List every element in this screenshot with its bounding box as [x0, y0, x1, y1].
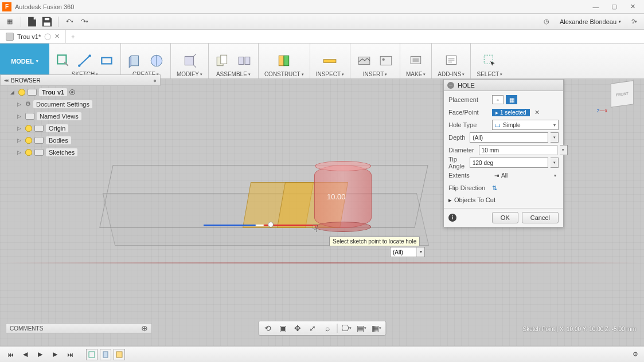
view-cube[interactable]: FRONT z—x	[597, 79, 637, 113]
visibility-bulb-icon[interactable]	[25, 125, 32, 132]
extrude-icon[interactable]	[127, 53, 143, 69]
new-component-icon[interactable]	[214, 53, 231, 69]
save-icon[interactable]	[41, 15, 53, 28]
origin-pivot[interactable]	[268, 222, 274, 227]
visibility-bulb-icon[interactable]	[25, 137, 32, 144]
workspace-switcher[interactable]: MODEL▾	[0, 44, 49, 78]
activate-radio-icon[interactable]	[69, 89, 75, 95]
document-tab[interactable]: Trou v1* ◯ ✕	[0, 30, 66, 43]
close-window-button[interactable]: ✕	[628, 2, 637, 11]
diameter-dropdown-icon[interactable]: ▾	[560, 145, 568, 155]
depth-input[interactable]	[470, 132, 548, 143]
zoom-icon[interactable]: ⤢	[307, 322, 318, 334]
joint-icon[interactable]	[236, 53, 252, 69]
user-menu[interactable]: Alexandre Blondeau▾	[555, 18, 626, 25]
tipangle-input[interactable]	[470, 158, 548, 168]
svg-rect-22	[89, 352, 95, 357]
viewport-layout-icon[interactable]: ▦▾	[370, 322, 382, 334]
pan-icon[interactable]: ✥	[292, 322, 303, 334]
visibility-bulb-icon[interactable]	[25, 149, 32, 156]
revolve-icon[interactable]	[149, 53, 165, 69]
expand-icon[interactable]: ▷	[17, 101, 23, 107]
axis-indicator	[204, 225, 318, 226]
timeline-feature-hole[interactable]	[114, 349, 125, 360]
hole-dialog-header[interactable]: − HOLE	[444, 80, 563, 91]
cancel-button[interactable]: Cancel	[522, 212, 559, 223]
create-sketch-icon[interactable]	[55, 53, 71, 69]
orbit-icon[interactable]: ⟲	[262, 322, 274, 334]
comments-expand-icon[interactable]: ⊕	[141, 324, 148, 333]
tree-item[interactable]: ▷ Named Views	[8, 110, 146, 122]
timeline-settings-icon[interactable]: ⚙	[633, 351, 638, 358]
redo-icon[interactable]: ↷▾	[78, 15, 91, 28]
file-menu-icon[interactable]	[26, 15, 38, 28]
tipangle-dropdown-icon[interactable]: ▾	[551, 158, 559, 168]
minimize-button[interactable]: —	[591, 2, 600, 11]
press-pull-icon[interactable]	[181, 53, 197, 69]
timeline-feature-sketch[interactable]	[86, 349, 97, 360]
flip-direction-icon[interactable]: ⇅	[492, 184, 497, 192]
holetype-select[interactable]: ⌴ Simple ▾	[492, 120, 559, 130]
panel-collapse-icon[interactable]: −	[447, 82, 454, 89]
browser-panel-header[interactable]: ◂◂ BROWSER ●	[0, 74, 161, 86]
svg-rect-19	[413, 58, 419, 62]
3d-print-icon[interactable]	[408, 53, 424, 69]
maximize-button[interactable]: ▢	[610, 2, 619, 11]
ok-button[interactable]: OK	[492, 212, 518, 223]
timeline-start-icon[interactable]: ⏮	[6, 350, 15, 359]
expand-icon[interactable]: ▷	[17, 137, 23, 143]
insert-derive-icon[interactable]	[356, 53, 372, 69]
display-settings-icon[interactable]: 🖵▾	[341, 322, 352, 334]
dimension-input[interactable]: ▾	[390, 247, 425, 257]
help-icon[interactable]: ?▾	[628, 15, 641, 28]
tab-close-icon[interactable]: ✕	[54, 33, 60, 40]
placement-sketch-icon[interactable]: ▦	[506, 95, 517, 104]
timeline-prev-icon[interactable]: ◀	[21, 350, 30, 359]
clear-selection-icon[interactable]: ✕	[532, 109, 542, 116]
new-tab-button[interactable]: +	[66, 30, 80, 43]
ribbon-toolbar: MODEL▾ SKETCH▾ CREATE▾ MODIFY▾ ASSEMBLE▾	[0, 44, 644, 79]
visibility-bulb-icon[interactable]	[18, 89, 25, 96]
info-icon[interactable]: i	[448, 214, 456, 222]
dimension-dropdown-icon[interactable]: ▾	[416, 247, 424, 257]
select-icon[interactable]	[482, 53, 498, 69]
rectangle-icon[interactable]	[99, 53, 115, 69]
timeline-play-icon[interactable]: ▶	[36, 350, 45, 359]
measure-icon[interactable]	[322, 53, 338, 69]
expand-icon[interactable]: ◢	[10, 89, 16, 95]
dimension-field[interactable]	[391, 249, 416, 255]
tree-item[interactable]: ▷ Origin	[8, 122, 146, 134]
browser-collapse-icon[interactable]: ◂◂	[4, 77, 7, 83]
svg-rect-7	[185, 56, 194, 65]
scripts-icon[interactable]	[443, 53, 459, 69]
plane-icon[interactable]	[276, 53, 292, 69]
extents-select[interactable]: ⇥ All ▾	[492, 170, 559, 180]
expand-icon[interactable]: ▷	[17, 149, 23, 155]
tab-label: Trou v1*	[17, 33, 41, 40]
placement-single-icon[interactable]: ▫	[492, 95, 504, 104]
fit-icon[interactable]: ⌕	[322, 322, 333, 334]
browser-pin-icon[interactable]: ●	[153, 77, 157, 84]
selection-badge[interactable]: ▸1 selected	[492, 109, 530, 116]
view-cube-face[interactable]: FRONT	[611, 80, 634, 107]
timeline-feature-extrude[interactable]	[100, 349, 111, 360]
diameter-input[interactable]	[479, 145, 557, 155]
app-grid-icon[interactable]: ▦	[3, 15, 16, 28]
expand-icon[interactable]: ▷	[17, 113, 23, 119]
decal-icon[interactable]	[378, 53, 394, 69]
comments-panel-header[interactable]: COMMENTS ⊕	[6, 323, 152, 333]
undo-icon[interactable]: ↶▾	[63, 15, 76, 28]
depth-dropdown-icon[interactable]: ▾	[551, 132, 559, 143]
tree-root[interactable]: ◢ Trou v1	[8, 86, 146, 98]
tree-item[interactable]: ▷ ⚙ Document Settings	[8, 98, 146, 110]
objects-to-cut-section[interactable]: ▸Objects To Cut	[448, 194, 559, 206]
look-at-icon[interactable]: ▣	[277, 322, 288, 334]
activity-icon[interactable]: ◷	[540, 15, 553, 28]
timeline-next-icon[interactable]: ▶	[50, 350, 60, 359]
line-icon[interactable]	[77, 53, 93, 69]
tree-item[interactable]: ▷ Bodies	[8, 134, 146, 146]
expand-icon[interactable]: ▷	[17, 125, 23, 131]
grid-settings-icon[interactable]: ▤▾	[356, 322, 367, 334]
tree-item[interactable]: ▷ Sketches	[8, 146, 146, 158]
timeline-end-icon[interactable]: ⏭	[65, 350, 75, 359]
